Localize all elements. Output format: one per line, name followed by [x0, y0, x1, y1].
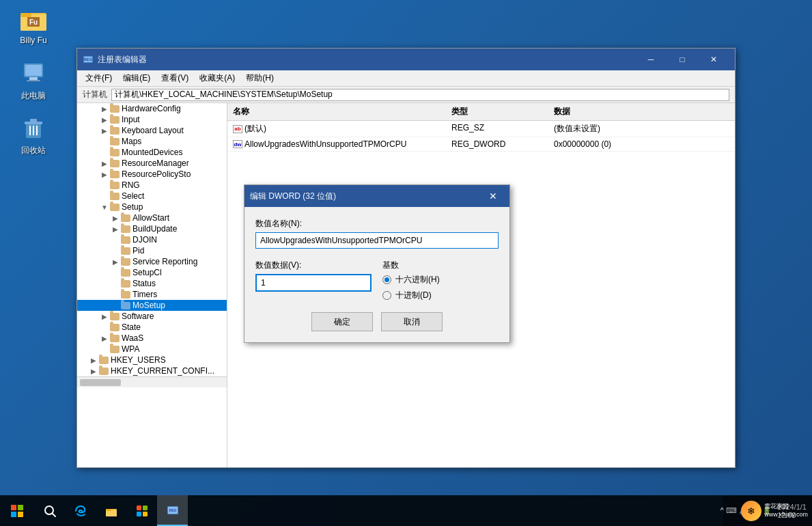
- desktop-icon-label-this-pc: 此电脑: [21, 90, 46, 102]
- folder-icon: [121, 269, 130, 277]
- tree-item-pid[interactable]: Pid: [77, 245, 227, 256]
- desktop-icon-this-pc[interactable]: 此电脑: [10, 60, 57, 102]
- content-cell-data-default: (数值未设置): [548, 121, 735, 137]
- folder-icon: [110, 171, 120, 178]
- menu-help[interactable]: 帮助(H): [240, 71, 279, 85]
- dialog-base-col: 基数 十六进制(H) 十进制(D): [382, 260, 499, 301]
- window-titlebar: REG 注册表编辑器 ─ □ ✕: [77, 49, 735, 70]
- tree-item-setupcl[interactable]: SetupCl: [77, 267, 227, 278]
- content-row-default[interactable]: ab (默认) REG_SZ (数值未设置): [227, 121, 735, 137]
- tree-item-hardwareconfig[interactable]: ▶ HardwareConfig: [77, 103, 227, 114]
- svg-text:Fu: Fu: [29, 18, 38, 26]
- radio-group-base: 十六进制(H) 十进制(D): [382, 274, 499, 301]
- tree-item-status[interactable]: Status: [77, 278, 227, 289]
- radio-decimal[interactable]: 十进制(D): [382, 290, 499, 301]
- tree-item-hkey-current-config[interactable]: ▶ HKEY_CURRENT_CONFI...: [77, 365, 227, 376]
- tree-hscrollbar[interactable]: [77, 376, 227, 387]
- tree-item-service-reporting[interactable]: ▶ Service Reporting: [77, 256, 227, 267]
- menu-favorites[interactable]: 收藏夹(A): [194, 71, 240, 85]
- tree-item-state[interactable]: State: [77, 322, 227, 333]
- recycle-bin-icon: [20, 115, 47, 142]
- tree-item-keyboard-layout[interactable]: ▶ Keyboard Layout: [77, 125, 227, 136]
- minimize-button[interactable]: ─: [635, 49, 667, 70]
- tree-item-waas[interactable]: ▶ WaaS: [77, 333, 227, 344]
- folder-icon: [110, 193, 120, 200]
- desktop-icon-recycle-bin[interactable]: 回收站: [10, 115, 57, 156]
- dialog-buttons: 确定 取消: [255, 312, 499, 331]
- tree-item-maps[interactable]: Maps: [77, 136, 227, 147]
- folder-icon: [110, 149, 120, 156]
- col-header-data: 数据: [548, 103, 735, 120]
- close-button[interactable]: ✕: [698, 49, 729, 70]
- dialog-body: 数值名称(N): 数值数据(V): 基数 十六进制(H) 十进制(D): [244, 207, 509, 342]
- content-row-allowupgrades[interactable]: dw AllowUpgradesWithUnsupportedTPMOrCPU …: [227, 137, 735, 152]
- svg-rect-30: [143, 512, 148, 516]
- taskbar-watermark: ❄ 雪花家园 www.xhjaty.com: [723, 495, 812, 526]
- taskbar-explorer[interactable]: [96, 495, 126, 526]
- folder-icon: [121, 214, 130, 222]
- tree-item-mounteddevices[interactable]: MountedDevices: [77, 147, 227, 158]
- folder-icon: [110, 346, 120, 353]
- svg-rect-19: [18, 505, 23, 510]
- dialog-name-input[interactable]: [255, 232, 499, 249]
- tree-item-resourcepolicysto[interactable]: ▶ ResourcePolicySto: [77, 169, 227, 180]
- dialog-title: 编辑 DWORD (32 位值): [250, 191, 336, 202]
- svg-rect-11: [30, 119, 37, 122]
- folder-icon: [110, 324, 120, 331]
- start-button[interactable]: [0, 495, 34, 526]
- tree-item-select[interactable]: Select: [77, 191, 227, 202]
- svg-rect-25: [106, 510, 117, 516]
- tree-item-djoin[interactable]: DJOIN: [77, 234, 227, 245]
- dialog-cancel-button[interactable]: 取消: [381, 312, 443, 331]
- radio-hex-circle: [382, 275, 391, 284]
- desktop-icon-billy-fu[interactable]: Fu Billy Fu: [10, 5, 57, 45]
- menu-edit[interactable]: 编辑(E): [117, 71, 156, 85]
- tree-item-rng[interactable]: RNG: [77, 180, 227, 191]
- address-input[interactable]: [111, 89, 729, 101]
- watermark-text: 雪花家园 www.xhjaty.com: [764, 503, 808, 518]
- svg-rect-2: [20, 13, 31, 17]
- window-controls: ─ □ ✕: [635, 49, 729, 70]
- tree-item-allowstart[interactable]: ▶ AllowStart: [77, 212, 227, 223]
- tree-item-wpa[interactable]: WPA: [77, 344, 227, 355]
- folder-icon: [110, 182, 120, 189]
- folder-icon: [121, 225, 130, 233]
- dialog-data-input[interactable]: [255, 274, 372, 292]
- menu-file[interactable]: 文件(F): [80, 71, 117, 85]
- tree-item-mosetup[interactable]: MoSetup: [77, 300, 227, 311]
- folder-icon: [99, 368, 109, 375]
- col-header-name: 名称: [227, 103, 446, 120]
- tree-panel: ▶ HardwareConfig ▶ Input ▶ Keyboard Layo…: [77, 103, 227, 467]
- maximize-button[interactable]: □: [667, 49, 698, 70]
- tree-item-hkey-users[interactable]: ▶ HKEY_USERS: [77, 355, 227, 365]
- dialog-data-label: 数值数据(V):: [255, 260, 372, 271]
- dialog-base-label: 基数: [382, 260, 499, 271]
- menu-view[interactable]: 查看(V): [156, 71, 194, 85]
- tree-item-timers[interactable]: Timers: [77, 289, 227, 300]
- dialog-ok-button[interactable]: 确定: [311, 312, 373, 331]
- tree-item-setup[interactable]: ▼ Setup: [77, 202, 227, 212]
- svg-rect-18: [11, 505, 16, 510]
- tree-item-buildupdate[interactable]: ▶ BuildUpdate: [77, 223, 227, 234]
- tree-item-resourcemanager[interactable]: ▶ ResourceManager: [77, 158, 227, 169]
- taskbar-regedit[interactable]: REG: [157, 495, 188, 526]
- content-cell-name-allowupgrades: dw AllowUpgradesWithUnsupportedTPMOrCPU: [227, 137, 446, 151]
- taskbar-edge[interactable]: [65, 495, 96, 526]
- taskbar-search[interactable]: [34, 495, 65, 526]
- radio-decimal-label: 十进制(D): [395, 290, 432, 301]
- tree-item-input[interactable]: ▶ Input: [77, 114, 227, 125]
- dialog-close-button[interactable]: ✕: [482, 185, 504, 207]
- svg-text:REG: REG: [169, 508, 176, 512]
- radio-hex[interactable]: 十六进制(H): [382, 274, 499, 286]
- folder-icon: [110, 138, 120, 146]
- tree-hscroll-thumb: [80, 379, 121, 386]
- dialog-data-col: 数值数据(V):: [255, 260, 372, 301]
- svg-rect-8: [27, 80, 40, 81]
- taskbar-store[interactable]: [126, 495, 157, 526]
- folder-icon: [99, 357, 109, 364]
- svg-rect-28: [143, 506, 148, 510]
- tree-item-software[interactable]: ▶ Software: [77, 311, 227, 322]
- svg-rect-7: [29, 77, 38, 80]
- svg-rect-10: [25, 122, 42, 124]
- svg-rect-21: [18, 512, 23, 517]
